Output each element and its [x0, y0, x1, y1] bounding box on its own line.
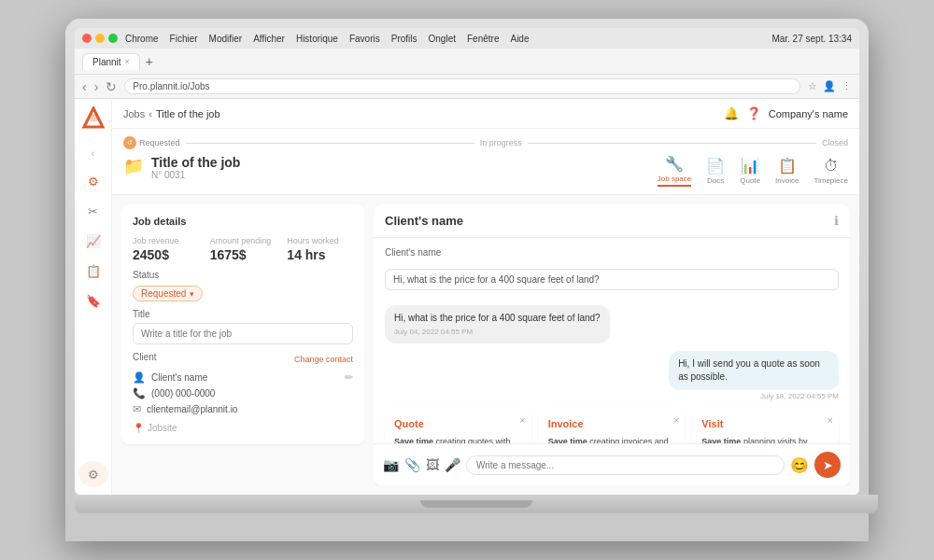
laptop-frame: Chrome Fichier Modifier Afficher Histori… — [65, 19, 869, 541]
client-phone-row: 📞 (000) 000-0000 — [133, 387, 353, 399]
chat-info-icon[interactable]: ℹ — [834, 214, 839, 228]
job-action-docs[interactable]: 📄 Docs — [706, 157, 725, 185]
message-input[interactable] — [466, 455, 785, 475]
more-icon[interactable]: ⋮ — [842, 80, 852, 92]
attachment-icon[interactable]: 📎 — [404, 457, 420, 472]
profile-icon[interactable]: 👤 — [823, 80, 836, 92]
help-icon[interactable]: ❓ — [746, 106, 761, 120]
status-line-1 — [186, 143, 474, 144]
message-outgoing-wrapper: Hi, I will send you a quote as soon as p… — [627, 351, 839, 400]
promo-card-quote: × Quote Save time creating quotes with o… — [385, 408, 531, 443]
status-requested[interactable]: ↺ Requested — [123, 136, 180, 149]
reload-button[interactable]: ↻ — [106, 79, 117, 94]
client-info: 👤 Client's name ✏ 📞 (000) 000-0000 — [133, 371, 353, 415]
status-field-label: Status — [133, 270, 353, 280]
mic-icon[interactable]: 🎤 — [445, 457, 460, 472]
chat-name-input[interactable]: Hi, what is the price for a 400 square f… — [385, 269, 839, 290]
email-icon: ✉ — [133, 403, 141, 415]
menu-modifier[interactable]: Modifier — [209, 34, 243, 44]
menu-afficher[interactable]: Afficher — [253, 34, 285, 44]
logo-icon — [80, 106, 106, 133]
menu-fenetre[interactable]: Fenêtre — [467, 34, 499, 44]
tab-close-button[interactable]: × — [125, 57, 130, 66]
browser-tab[interactable]: Plannit × — [82, 53, 140, 70]
status-in-progress[interactable]: In progress — [480, 138, 522, 147]
chat-body: Client's name Hi, what is the price for … — [374, 238, 850, 443]
notification-icon[interactable]: 🔔 — [724, 106, 739, 120]
job-title-info: Title of the job N° 0031 — [151, 155, 240, 180]
title-input[interactable] — [133, 323, 353, 344]
stat-pending-label: Amount pending — [210, 236, 276, 245]
menu-onglet[interactable]: Onglet — [429, 34, 456, 44]
phone-icon: 📞 — [133, 387, 146, 399]
new-tab-button[interactable]: + — [146, 54, 153, 69]
promo-quote-close[interactable]: × — [519, 413, 525, 427]
job-action-quote[interactable]: 📊 Quote — [740, 157, 760, 185]
top-navigation: Jobs ‹ Title of the job 🔔 ❓ Company's na… — [112, 99, 859, 129]
address-bar[interactable]: Pro.plannit.io/Jobs — [124, 78, 800, 94]
job-action-invoice[interactable]: 📋 Invoice — [775, 157, 799, 185]
docs-label: Docs — [707, 176, 724, 185]
promo-invoice-close[interactable]: × — [673, 413, 679, 427]
right-panel: Client's name ℹ Client's name Hi, what i… — [374, 204, 850, 485]
image-icon[interactable]: 🖼 — [426, 457, 439, 472]
emoji-button[interactable]: 😊 — [790, 456, 809, 474]
promo-row: × Quote Save time creating quotes with o… — [385, 408, 839, 443]
menu-profils[interactable]: Profils — [391, 34, 417, 44]
jobsite-label: Jobsite — [148, 423, 177, 433]
forward-button[interactable]: › — [94, 79, 99, 94]
chat-subheader: Client's name — [385, 247, 839, 258]
minimize-dot[interactable] — [95, 34, 105, 43]
sidebar-item-settings[interactable]: ⚙ — [78, 168, 108, 194]
browser-icons: ☆ 👤 ⋮ — [808, 80, 852, 92]
close-dot[interactable] — [82, 34, 92, 43]
promo-card-invoice: × Invoice Save time creating invoices an… — [539, 408, 686, 443]
sidebar-item-clipboard[interactable]: 📋 — [78, 258, 108, 284]
promo-visit-close[interactable]: × — [828, 413, 833, 427]
job-action-job-space[interactable]: 🔧 Job space — [658, 155, 691, 187]
client-label: Client — [133, 352, 157, 362]
send-button[interactable]: ➤ — [814, 452, 841, 478]
sidebar-item-bookmark[interactable]: 🔖 — [78, 287, 108, 314]
promo-quote-title: Quote — [394, 417, 522, 431]
job-action-timepiece[interactable]: ⏱ Timepiece — [814, 158, 848, 185]
tab-label: Plannit — [92, 57, 121, 67]
timepiece-icon: ⏱ — [824, 158, 839, 175]
menu-aide[interactable]: Aide — [510, 34, 529, 44]
job-details-card: Job details Job revenue 2450$ Amount pen… — [121, 204, 364, 444]
status-line-2 — [528, 143, 816, 144]
sidebar-bottom: ⚙ — [78, 461, 108, 487]
breadcrumb-separator: ‹ — [149, 108, 152, 119]
maximize-dot[interactable] — [108, 34, 118, 43]
app-logo[interactable] — [80, 106, 106, 136]
breadcrumb-jobs[interactable]: Jobs — [123, 108, 145, 119]
status-badge-text: Requested — [141, 288, 186, 299]
breadcrumb-current: Title of the job — [156, 108, 220, 119]
sidebar-settings-bottom[interactable]: ⚙ — [78, 461, 108, 487]
back-button[interactable]: ‹ — [82, 79, 87, 94]
job-title-left: 📁 Title of the job N° 0031 — [123, 155, 240, 180]
main-area: Jobs ‹ Title of the job 🔔 ❓ Company's na… — [112, 99, 859, 495]
menu-favoris[interactable]: Favoris — [349, 34, 380, 44]
status-dropdown-arrow[interactable]: ▾ — [190, 289, 194, 299]
status-closed[interactable]: Closed — [822, 138, 848, 147]
sidebar-item-scissors[interactable]: ✂ — [78, 198, 108, 224]
chat-footer: 📷 📎 🖼 🎤 😊 ➤ — [374, 443, 850, 485]
menu-historique[interactable]: Historique — [296, 34, 338, 44]
client-name-row: 👤 Client's name ✏ — [133, 371, 353, 384]
menu-fichier[interactable]: Fichier — [170, 34, 198, 44]
invoice-label: Invoice — [775, 176, 799, 185]
company-name: Company's name — [769, 108, 848, 119]
menu-chrome[interactable]: Chrome — [125, 34, 159, 44]
bookmark-icon[interactable]: ☆ — [808, 80, 817, 92]
window-controls — [82, 34, 118, 43]
change-contact-button[interactable]: Change contact — [294, 355, 353, 364]
status-badge[interactable]: Requested ▾ — [133, 286, 203, 301]
sidebar-collapse-button[interactable]: ‹ — [86, 146, 101, 161]
location-icon: 📍 — [133, 423, 144, 433]
edit-icon[interactable]: ✏ — [345, 371, 353, 384]
sidebar-item-chart[interactable]: 📈 — [78, 228, 108, 254]
invoice-icon: 📋 — [778, 157, 797, 175]
camera-icon[interactable]: 📷 — [383, 457, 399, 472]
message-outgoing-time: July 18, 2022 04:55 PM — [760, 392, 839, 400]
